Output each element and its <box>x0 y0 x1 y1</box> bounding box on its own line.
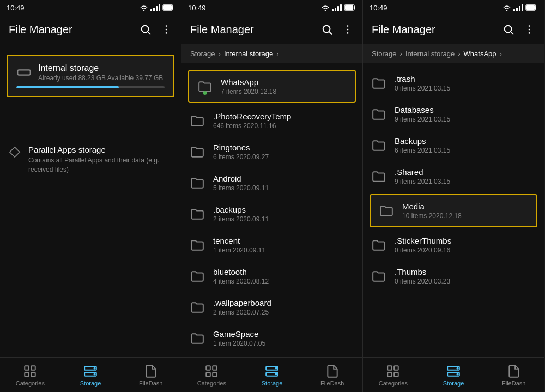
folder-item-5[interactable]: tencent 1 item 2020.09.11 <box>181 230 362 261</box>
folder-icon-3 <box>190 176 204 190</box>
svg-rect-5 <box>164 6 172 10</box>
breadcrumb-item-0[interactable]: Storage <box>372 50 397 58</box>
nav-item-filedash-2[interactable]: FileDash <box>302 363 362 386</box>
storage-nav-icon-1 <box>83 363 98 378</box>
nav-item-filedash-3[interactable]: FileDash <box>483 363 544 386</box>
storage-meta: Already used 88.23 GB Available 39.77 GB <box>38 74 165 82</box>
folder-item-4[interactable]: Media 10 items 2020.12.18 <box>370 194 537 227</box>
folder-icon-2 <box>372 138 386 153</box>
svg-line-7 <box>148 32 150 34</box>
file-nav-icon-3 <box>507 363 521 378</box>
svg-rect-1 <box>153 8 155 11</box>
folder-meta-4: 10 items 2020.12.18 <box>402 212 528 220</box>
parallel-storage-item[interactable]: Parallel Apps storage Contains all Paral… <box>9 141 172 179</box>
grid-nav-icon-2 <box>204 363 219 378</box>
folder-meta-0: 7 items 2020.12.18 <box>221 88 346 95</box>
folder-item-7[interactable]: .wallpaperboard 2 items 2020.07.25 <box>181 292 362 323</box>
status-time-1: 10:49 <box>7 4 25 12</box>
menu-icon-3[interactable] <box>523 23 535 35</box>
svg-point-20 <box>94 367 95 369</box>
status-icons-1 <box>140 4 174 11</box>
folder-item-2[interactable]: Ringtones 6 items 2020.09.27 <box>181 136 362 167</box>
folder-icon-4 <box>379 203 393 218</box>
search-icon-1[interactable] <box>140 23 152 35</box>
nav-item-storage-1[interactable]: Storage <box>60 363 121 386</box>
nav-item-categories-1[interactable]: Categories <box>0 363 60 386</box>
folder-meta-8: 1 item 2020.07.05 <box>213 340 354 347</box>
nav-label-categories-3: Categories <box>379 380 408 387</box>
nav-label-filedash-2: FileDash <box>320 380 344 387</box>
folder-item-0[interactable]: .trash 0 items 2021.03.15 <box>363 68 544 99</box>
folder-name-6: bluetooth <box>213 267 354 276</box>
nav-item-categories-3[interactable]: Categories <box>363 363 423 386</box>
folder-name-7: .wallpaperboard <box>213 298 354 307</box>
folder-meta-2: 6 items 2021.03.15 <box>395 147 535 154</box>
svg-rect-44 <box>522 4 523 11</box>
breadcrumb-item-1[interactable]: Internal storage <box>224 50 273 58</box>
svg-rect-43 <box>519 6 520 11</box>
nav-item-storage-3[interactable]: Storage <box>423 363 484 386</box>
folder-item-1[interactable]: Databases 9 items 2021.03.15 <box>363 99 544 130</box>
folder-item-3[interactable]: Android 5 items 2020.09.11 <box>181 167 362 198</box>
folder-icon-5 <box>190 238 204 252</box>
svg-point-49 <box>529 25 530 27</box>
folder-name-0: .trash <box>395 74 535 83</box>
svg-rect-0 <box>150 9 152 11</box>
folder-icon-7 <box>190 300 204 315</box>
folder-name-4: Media <box>402 202 528 211</box>
panel-2: 10:49 File Manager Storage›Internal stor… <box>181 0 363 392</box>
search-icon-2[interactable] <box>321 23 333 35</box>
svg-rect-16 <box>25 372 29 377</box>
nav-item-categories-2[interactable]: Categories <box>181 363 242 386</box>
folder-item-0[interactable]: WhatsApp 7 items 2020.12.18 <box>188 70 356 103</box>
svg-rect-54 <box>388 372 392 377</box>
nav-label-filedash-1: FileDash <box>139 380 162 387</box>
search-icon-3[interactable] <box>502 23 514 35</box>
folder-item-1[interactable]: .PhotoRecoveryTemp 646 items 2020.11.16 <box>181 105 362 136</box>
file-nav-icon-2 <box>325 363 340 378</box>
breadcrumb-item-2[interactable]: WhatsApp <box>464 50 496 58</box>
svg-rect-25 <box>340 4 342 11</box>
svg-rect-15 <box>31 366 35 370</box>
status-time-3: 10:49 <box>370 4 387 12</box>
menu-icon-2[interactable] <box>342 23 354 35</box>
svg-rect-24 <box>337 6 339 11</box>
svg-rect-23 <box>335 8 336 11</box>
app-title-2: File Manager <box>190 23 321 36</box>
breadcrumb-item-1[interactable]: Internal storage <box>405 50 455 58</box>
nav-item-storage-2[interactable]: Storage <box>242 363 302 386</box>
folder-icon-1 <box>372 107 386 122</box>
nav-item-filedash-1[interactable]: FileDash <box>120 363 181 386</box>
svg-point-21 <box>94 373 95 375</box>
folder-icon-8 <box>190 331 204 346</box>
storage-nav-icon-3 <box>446 363 461 378</box>
folder-item-6[interactable]: .Thumbs 0 items 2020.03.23 <box>363 261 544 292</box>
folder-item-4[interactable]: .backups 2 items 2020.09.11 <box>181 198 362 230</box>
folder-item-6[interactable]: bluetooth 4 items 2020.08.12 <box>181 261 362 292</box>
folder-meta-2: 6 items 2020.09.27 <box>213 153 354 161</box>
folder-name-6: .Thumbs <box>395 267 535 276</box>
folder-icon-6 <box>372 269 386 284</box>
folder-item-8[interactable]: GameSpace 1 item 2020.07.05 <box>181 323 362 354</box>
folder-item-5[interactable]: .StickerThumbs 0 items 2020.09.16 <box>363 230 544 261</box>
parallel-desc: Contains all Parallel Apps and their dat… <box>28 156 172 174</box>
top-bar-1: File Manager <box>0 15 181 44</box>
svg-point-28 <box>323 26 330 33</box>
storage-item-0[interactable]: Internal storage Already used 88.23 GB A… <box>7 55 174 97</box>
breadcrumb-item-0[interactable]: Storage <box>190 50 215 58</box>
svg-rect-17 <box>31 372 35 377</box>
app-title-3: File Manager <box>372 23 502 36</box>
svg-rect-11 <box>17 70 30 75</box>
folder-name-3: Android <box>213 174 354 183</box>
parallel-name: Parallel Apps storage <box>28 145 172 154</box>
content-3: .trash 0 items 2021.03.15 Databases 9 it… <box>363 63 544 357</box>
folder-item-2[interactable]: Backups 6 items 2021.03.15 <box>363 130 544 161</box>
folder-meta-1: 646 items 2020.11.16 <box>213 122 354 130</box>
folder-meta-5: 1 item 2020.09.11 <box>213 246 354 254</box>
folder-item-3[interactable]: .Shared 9 items 2021.03.15 <box>363 161 544 192</box>
bottom-nav-1: Categories Storage FileDash <box>0 357 181 392</box>
top-bar-icons-3 <box>502 23 535 35</box>
status-bar-2: 10:49 <box>181 0 362 15</box>
menu-icon-1[interactable] <box>160 23 172 35</box>
file-nav-icon-1 <box>144 363 158 378</box>
